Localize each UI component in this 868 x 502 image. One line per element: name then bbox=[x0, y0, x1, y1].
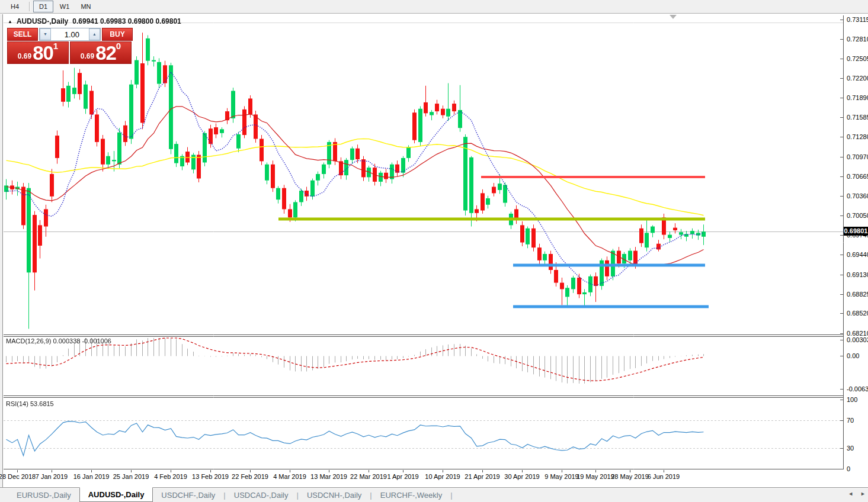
time-axis[interactable]: 28 Dec 20187 Jan 201916 Jan 201925 Jan 2… bbox=[4, 470, 844, 486]
buy-price-big: 82 bbox=[95, 45, 116, 62]
price-tick-label: 0.69440 bbox=[847, 251, 868, 258]
timeframe-d1-button[interactable]: D1 bbox=[33, 1, 53, 12]
price-tick-label: 0.68210 bbox=[847, 330, 868, 337]
rsi-tick-label: 70 bbox=[847, 417, 854, 424]
sell-price-pip: 1 bbox=[53, 42, 58, 50]
tab-scroll-right-icon[interactable]: ► bbox=[860, 491, 866, 497]
chart-symbol-label: AUDUSD-,Daily bbox=[17, 17, 68, 25]
date-tick-mark bbox=[210, 470, 211, 472]
date-tick-mark bbox=[329, 470, 329, 472]
date-tick-mark bbox=[562, 470, 562, 472]
current-price-badge: 0.69801 bbox=[844, 227, 868, 236]
price-tick-label: 0.72505 bbox=[847, 55, 868, 62]
macd-tick-label: 0.003035 bbox=[847, 336, 868, 343]
mt4-window: H4 D1 W1 MN ▲ AUDUSD-,Daily 0.69941 0.69… bbox=[0, 0, 868, 502]
price-tick-label: 0.73115 bbox=[847, 16, 868, 23]
volume-spinner: ▼ ▲ bbox=[39, 28, 101, 41]
rsi-label: RSI(14) 53.6815 bbox=[6, 400, 54, 407]
price-tick-label: 0.71280 bbox=[847, 133, 868, 140]
date-tick-mark bbox=[250, 470, 251, 472]
chart-title: ▲ AUDUSD-,Daily 0.69941 0.69983 0.69800 … bbox=[8, 17, 181, 25]
macd-tick-label: -0.006311 bbox=[847, 385, 868, 392]
price-tick-label: 0.70665 bbox=[847, 173, 868, 180]
price-tick-label: 0.70050 bbox=[847, 212, 868, 219]
price-tick-label: 0.68825 bbox=[847, 291, 868, 298]
price-tick-label: 0.72810 bbox=[847, 36, 868, 43]
chart-canvas[interactable] bbox=[4, 15, 844, 469]
price-tick-label: 0.71585 bbox=[847, 114, 868, 121]
rsi-tick-label: 100 bbox=[847, 396, 857, 403]
chart-ohlc-quote: 0.69941 0.69983 0.69800 0.69801 bbox=[72, 17, 181, 25]
tab-usdcnh[interactable]: USDCNH-,Daily bbox=[299, 488, 370, 502]
rsi-tick-label: 0 bbox=[847, 465, 850, 472]
date-tick-mark bbox=[17, 470, 18, 472]
timeframe-w1-button[interactable]: W1 bbox=[55, 1, 75, 12]
toolbar-divider bbox=[29, 2, 30, 11]
tab-usdcad[interactable]: USDCAD-,Daily bbox=[226, 488, 297, 502]
sell-price-big: 80 bbox=[33, 45, 53, 62]
date-tick-mark bbox=[664, 470, 664, 472]
sell-price-prefix: 0.69 bbox=[18, 51, 31, 62]
sell-button[interactable]: SELL bbox=[7, 28, 38, 41]
volume-input[interactable] bbox=[51, 28, 89, 40]
tab-scroll-left-icon[interactable]: ◄ bbox=[848, 491, 853, 497]
buy-button[interactable]: BUY bbox=[102, 28, 133, 41]
chart-tab-bar: EURUSD-,DailyAUDUSD-,DailyUSDCHF-,Daily|… bbox=[0, 487, 868, 502]
sell-price-box[interactable]: 0.69 80 1 bbox=[7, 41, 69, 64]
date-tick-label: 6 Jun 2019 bbox=[637, 473, 690, 480]
date-tick-mark bbox=[522, 470, 523, 472]
price-tick-label: 0.69130 bbox=[847, 271, 868, 278]
timeframe-mn-button[interactable]: MN bbox=[76, 1, 96, 12]
one-click-trading-panel: SELL ▼ ▲ BUY 0.69 80 1 0.69 82 0 bbox=[7, 28, 133, 64]
price-tick-label: 0.68520 bbox=[847, 310, 868, 317]
date-tick-mark bbox=[131, 470, 132, 472]
collapse-panel-icon[interactable]: ▲ bbox=[8, 19, 12, 24]
window-top-highlight bbox=[0, 14, 868, 14]
timeframe-toolbar: H4 D1 W1 MN bbox=[0, 0, 868, 14]
date-tick-mark bbox=[482, 470, 483, 472]
date-tick-mark bbox=[52, 470, 52, 472]
volume-increase-icon[interactable]: ▲ bbox=[89, 28, 100, 40]
tab-eurchf[interactable]: EURCHF-,Weekly bbox=[372, 488, 451, 502]
date-tick-mark bbox=[630, 470, 630, 472]
price-axis[interactable]: 0.682100.685200.688250.691300.694400.697… bbox=[844, 14, 868, 471]
tab-eurusd[interactable]: EURUSD-,Daily bbox=[8, 488, 79, 502]
tab-usdchf[interactable]: USDCHF-,Daily bbox=[153, 488, 223, 502]
buy-price-prefix: 0.69 bbox=[81, 51, 94, 62]
macd-label: MACD(12,26,9) 0.000338 -0.001006 bbox=[6, 337, 111, 345]
tab-scroll-arrows: ◄ ► bbox=[848, 491, 866, 497]
date-tick-mark bbox=[91, 470, 92, 472]
macd-tick-label: 0.00 bbox=[847, 352, 859, 359]
price-tick-label: 0.72200 bbox=[847, 75, 868, 82]
date-tick-mark bbox=[290, 470, 290, 472]
buy-price-box[interactable]: 0.69 82 0 bbox=[70, 41, 132, 64]
tab-separator: | bbox=[450, 488, 452, 502]
timeframe-h4-button[interactable]: H4 bbox=[5, 1, 25, 12]
date-tick-mark bbox=[443, 470, 443, 472]
price-tick-label: 0.70970 bbox=[847, 153, 868, 160]
date-tick-mark bbox=[595, 470, 596, 472]
tab-audusd[interactable]: AUDUSD-,Daily bbox=[79, 487, 153, 502]
rsi-tick-label: 30 bbox=[847, 445, 854, 452]
date-tick-mark bbox=[369, 470, 369, 472]
price-tick-label: 0.71890 bbox=[847, 94, 868, 101]
price-tick-label: 0.70360 bbox=[847, 192, 868, 199]
volume-decrease-icon[interactable]: ▼ bbox=[40, 28, 51, 40]
date-tick-mark bbox=[171, 470, 171, 472]
window-left-edge bbox=[0, 14, 3, 487]
date-tick-mark bbox=[403, 470, 403, 472]
chart-shift-marker-icon[interactable] bbox=[670, 15, 677, 19]
buy-price-pip: 0 bbox=[116, 42, 121, 50]
